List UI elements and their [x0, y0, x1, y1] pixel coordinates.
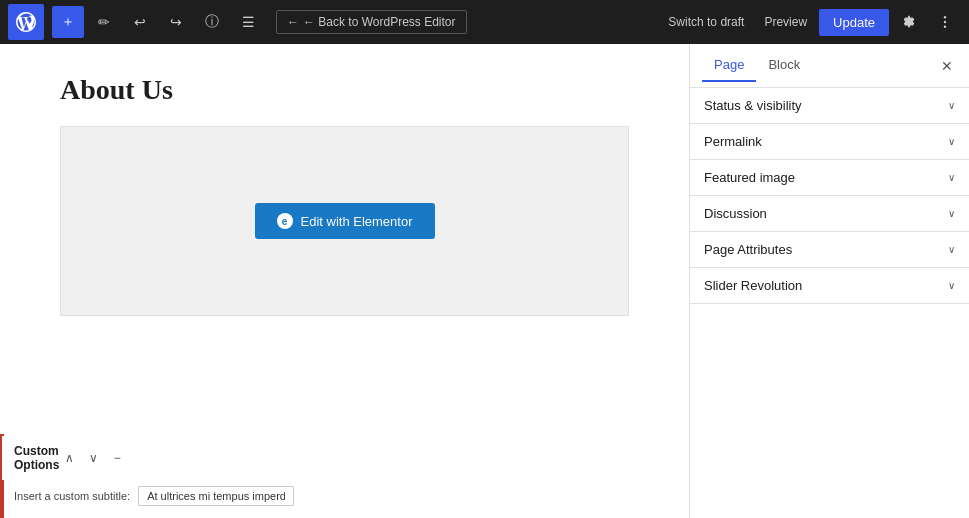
elementor-icon: e	[277, 213, 293, 229]
close-sidebar-button[interactable]: ✕	[937, 54, 957, 78]
sidebar-section-status: Status & visibility ∨	[690, 88, 969, 124]
edit-elementor-label: Edit with Elementor	[301, 214, 413, 229]
svg-point-2	[944, 26, 946, 28]
list-view-button[interactable]: ☰	[232, 6, 264, 38]
tab-block[interactable]: Block	[756, 49, 812, 82]
more-vertical-icon	[937, 14, 953, 30]
sidebar-section-slider-revolution: Slider Revolution ∨	[690, 268, 969, 304]
discussion-section-title: Discussion	[704, 206, 767, 221]
custom-options-header: Custom Options ∧ ∨ −	[2, 436, 26, 480]
info-button[interactable]: ⓘ	[196, 6, 228, 38]
editor-wrapper: About Us e Edit with Elementor Custom Op…	[0, 44, 689, 518]
more-options-button[interactable]	[929, 6, 961, 38]
wp-logo	[8, 4, 44, 40]
close-custom-options-button[interactable]: −	[107, 448, 127, 468]
add-block-button[interactable]: ＋	[52, 6, 84, 38]
sidebar-section-discussion: Discussion ∨	[690, 196, 969, 232]
sidebar-tabs: Page Block	[702, 49, 937, 82]
permalink-section-title: Permalink	[704, 134, 762, 149]
status-section-title: Status & visibility	[704, 98, 802, 113]
slider-revolution-section-title: Slider Revolution	[704, 278, 802, 293]
slider-revolution-chevron-icon: ∨	[948, 280, 955, 291]
back-arrow-icon: ←	[287, 15, 299, 29]
page-attributes-section-title: Page Attributes	[704, 242, 792, 257]
featured-image-section-header[interactable]: Featured image ∨	[690, 160, 969, 195]
gear-icon	[901, 14, 917, 30]
settings-button[interactable]	[893, 6, 925, 38]
collapse-down-button[interactable]: ∨	[83, 448, 103, 468]
custom-options-controls: ∧ ∨ −	[59, 448, 127, 468]
edit-with-elementor-button[interactable]: e Edit with Elementor	[255, 203, 435, 239]
page-attributes-chevron-icon: ∨	[948, 244, 955, 255]
editor-canvas: About Us e Edit with Elementor	[0, 44, 689, 518]
undo-button[interactable]: ↩	[124, 6, 156, 38]
tools-button[interactable]: ✏	[88, 6, 120, 38]
custom-options-title: Custom Options	[14, 444, 59, 472]
featured-image-chevron-icon: ∨	[948, 172, 955, 183]
discussion-section-header[interactable]: Discussion ∨	[690, 196, 969, 231]
wp-logo-icon	[16, 12, 36, 32]
permalink-section-header[interactable]: Permalink ∨	[690, 124, 969, 159]
page-attributes-section-header[interactable]: Page Attributes ∨	[690, 232, 969, 267]
sidebar-section-permalink: Permalink ∨	[690, 124, 969, 160]
redo-button[interactable]: ↪	[160, 6, 192, 38]
collapse-up-button[interactable]: ∧	[59, 448, 79, 468]
sidebar-header: Page Block ✕	[690, 44, 969, 88]
sidebar-section-page-attributes: Page Attributes ∨	[690, 232, 969, 268]
custom-options-body: Insert a custom subtitle:	[2, 480, 26, 516]
svg-point-1	[944, 21, 946, 23]
update-button[interactable]: Update	[819, 9, 889, 36]
custom-options-panel: Custom Options ∧ ∨ − Insert a custom sub…	[0, 434, 4, 518]
preview-button[interactable]: Preview	[756, 11, 815, 33]
right-sidebar: Page Block ✕ Status & visibility ∨ Perma…	[689, 44, 969, 518]
discussion-chevron-icon: ∨	[948, 208, 955, 219]
sidebar-section-featured-image: Featured image ∨	[690, 160, 969, 196]
page-title: About Us	[60, 74, 629, 106]
subtitle-label: Insert a custom subtitle:	[14, 490, 130, 502]
main-area: About Us e Edit with Elementor Custom Op…	[0, 44, 969, 518]
permalink-chevron-icon: ∨	[948, 136, 955, 147]
switch-to-draft-button[interactable]: Switch to draft	[660, 11, 752, 33]
toolbar: ＋ ✏ ↩ ↪ ⓘ ☰ ← ← Back to WordPress Editor…	[0, 0, 969, 44]
subtitle-input[interactable]	[138, 486, 294, 506]
status-section-header[interactable]: Status & visibility ∨	[690, 88, 969, 123]
page-title-area: About Us	[0, 44, 689, 126]
status-chevron-icon: ∨	[948, 100, 955, 111]
tab-page[interactable]: Page	[702, 49, 756, 82]
back-to-wp-editor-button[interactable]: ← ← Back to WordPress Editor	[276, 10, 467, 34]
back-button-label: ← Back to WordPress Editor	[303, 15, 456, 29]
slider-revolution-section-header[interactable]: Slider Revolution ∨	[690, 268, 969, 303]
featured-image-section-title: Featured image	[704, 170, 795, 185]
page-content-block[interactable]: e Edit with Elementor	[60, 126, 629, 316]
svg-point-0	[944, 16, 946, 18]
